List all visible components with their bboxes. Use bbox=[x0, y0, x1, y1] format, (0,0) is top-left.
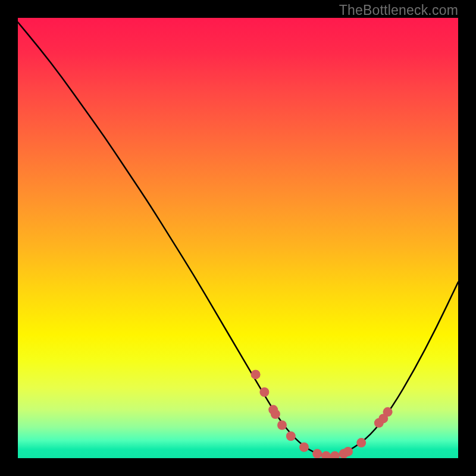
bottleneck-curve-path bbox=[18, 22, 458, 456]
benchmark-points bbox=[251, 369, 393, 458]
chart-svg bbox=[18, 18, 458, 458]
benchmark-point bbox=[277, 421, 287, 430]
benchmark-point bbox=[299, 443, 309, 452]
chart-frame: TheBottleneck.com bbox=[0, 0, 476, 476]
plot-area bbox=[18, 18, 458, 458]
benchmark-point bbox=[312, 449, 322, 458]
benchmark-point bbox=[356, 438, 366, 447]
benchmark-point bbox=[321, 451, 331, 458]
benchmark-point bbox=[251, 369, 261, 379]
benchmark-point bbox=[330, 451, 340, 458]
bottleneck-curve bbox=[18, 22, 458, 456]
benchmark-point bbox=[343, 447, 353, 456]
watermark-text: TheBottleneck.com bbox=[339, 2, 458, 18]
benchmark-point bbox=[383, 407, 393, 416]
benchmark-point bbox=[259, 387, 269, 397]
benchmark-point bbox=[286, 431, 296, 441]
benchmark-point bbox=[271, 409, 280, 419]
